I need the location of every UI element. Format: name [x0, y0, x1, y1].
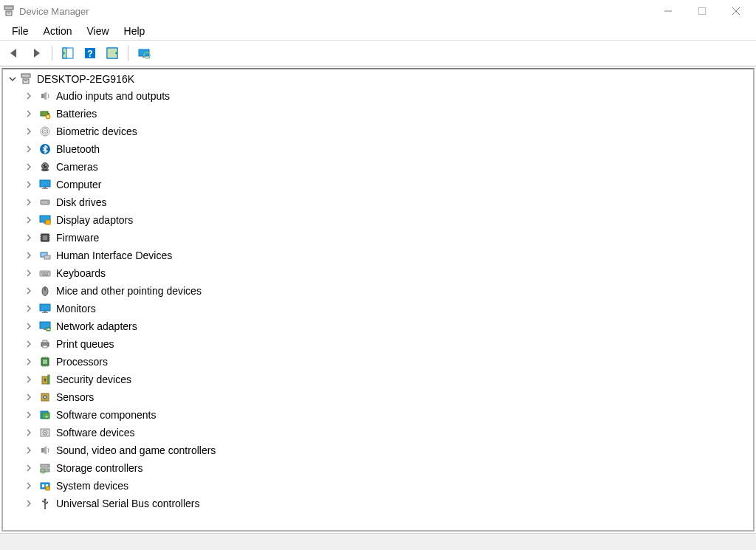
- chip-icon: [38, 231, 52, 244]
- chevron-right-icon[interactable]: [24, 215, 34, 225]
- tree-item-label: Security devices: [56, 374, 131, 385]
- svg-rect-102: [46, 487, 49, 490]
- tree-item-label: Processors: [56, 356, 108, 368]
- back-button[interactable]: [4, 44, 24, 63]
- display-icon: [38, 213, 52, 227]
- tree-item[interactable]: Firmware: [7, 229, 749, 247]
- tree-item[interactable]: Sensors: [7, 388, 749, 406]
- menu-file[interactable]: File: [4, 24, 36, 38]
- svg-rect-51: [41, 272, 43, 274]
- chevron-right-icon[interactable]: [24, 339, 34, 349]
- tree-item[interactable]: Disk drives: [7, 193, 749, 211]
- tree-item[interactable]: Software devices: [7, 424, 749, 441]
- close-button[interactable]: [719, 0, 753, 22]
- chevron-right-icon[interactable]: [24, 179, 34, 190]
- chevron-right-icon[interactable]: [24, 126, 34, 137]
- tree-item-label: Computer: [56, 179, 101, 190]
- tree-item[interactable]: Security devices: [7, 371, 749, 388]
- scan-for-changes-button[interactable]: [134, 44, 154, 63]
- tree-item[interactable]: Mice and other pointing devices: [7, 282, 749, 300]
- tree-item[interactable]: Keyboards: [7, 264, 749, 282]
- chevron-right-icon[interactable]: [24, 463, 34, 473]
- chevron-down-icon[interactable]: [7, 74, 18, 84]
- tree-item[interactable]: Monitors: [7, 300, 749, 317]
- chevron-right-icon[interactable]: [24, 481, 34, 491]
- chevron-right-icon[interactable]: [24, 374, 34, 385]
- titlebar: Device Manager: [0, 0, 756, 22]
- tree-item[interactable]: Biometric devices: [7, 123, 749, 140]
- chevron-right-icon[interactable]: [24, 286, 34, 296]
- chevron-right-icon[interactable]: [24, 303, 34, 314]
- chevron-right-icon[interactable]: [24, 410, 34, 420]
- chevron-right-icon[interactable]: [24, 250, 34, 261]
- svg-line-16: [149, 58, 151, 59]
- tree-item[interactable]: Storage controllers: [7, 459, 749, 477]
- help-button[interactable]: ?: [80, 44, 100, 63]
- svg-rect-52: [43, 272, 44, 274]
- tree-item[interactable]: Print queues: [7, 335, 749, 353]
- tree-item[interactable]: + Software components: [7, 406, 749, 424]
- tree-item-label: System devices: [56, 480, 128, 492]
- tree-item[interactable]: Processors: [7, 353, 749, 371]
- tree-item[interactable]: Computer: [7, 176, 749, 193]
- tree-item[interactable]: Network adapters: [7, 317, 749, 335]
- tree-item-label: Biometric devices: [56, 126, 137, 137]
- svg-rect-73: [43, 360, 47, 364]
- chevron-right-icon[interactable]: [24, 268, 34, 278]
- chevron-right-icon[interactable]: [24, 445, 34, 456]
- bluetooth-icon: [38, 142, 52, 156]
- computer-icon: [19, 72, 32, 86]
- swdev-icon: [38, 426, 52, 439]
- statusbar: [0, 533, 756, 550]
- svg-rect-41: [43, 236, 47, 240]
- cpu-icon: [38, 355, 52, 368]
- svg-rect-19: [24, 80, 27, 81]
- device-tree[interactable]: DESKTOP-2EG916K Audio inputs and outputs…: [3, 69, 753, 514]
- menu-action[interactable]: Action: [36, 24, 80, 38]
- menu-view[interactable]: View: [79, 24, 116, 38]
- minimize-button[interactable]: [651, 0, 685, 22]
- chevron-right-icon[interactable]: [24, 144, 34, 154]
- tree-item[interactable]: Cameras: [7, 158, 749, 176]
- scan-hardware-button[interactable]: [103, 44, 122, 63]
- forward-button[interactable]: [27, 44, 46, 63]
- svg-rect-53: [44, 272, 46, 274]
- svg-point-92: [44, 432, 46, 433]
- chevron-right-icon[interactable]: [24, 162, 34, 172]
- tree-item[interactable]: Universal Serial Bus controllers: [7, 495, 749, 512]
- chevron-right-icon[interactable]: [24, 498, 34, 509]
- svg-rect-34: [42, 188, 48, 189]
- chevron-right-icon[interactable]: [24, 109, 34, 119]
- mouse-icon: [38, 284, 52, 298]
- svg-point-105: [42, 501, 44, 502]
- tree-item[interactable]: Bluetooth: [7, 140, 749, 158]
- maximize-button[interactable]: [685, 0, 719, 22]
- svg-rect-93: [41, 448, 44, 453]
- chevron-right-icon[interactable]: [24, 392, 34, 402]
- svg-rect-20: [41, 94, 44, 98]
- tree-item[interactable]: Sound, video and game controllers: [7, 441, 749, 459]
- tree-item[interactable]: Batteries: [7, 105, 749, 123]
- window-title: Device Manager: [19, 6, 89, 17]
- svg-rect-39: [46, 220, 50, 224]
- tree-item[interactable]: System devices: [7, 477, 749, 495]
- tree-item[interactable]: Human Interface Devices: [7, 247, 749, 264]
- menu-help[interactable]: Help: [117, 24, 153, 38]
- chevron-right-icon[interactable]: [24, 233, 34, 243]
- tree-item[interactable]: Audio inputs and outputs: [7, 87, 749, 105]
- svg-rect-82: [44, 379, 45, 382]
- svg-rect-62: [42, 312, 48, 313]
- chevron-right-icon[interactable]: [24, 427, 34, 438]
- tree-item-label: Audio inputs and outputs: [56, 90, 170, 102]
- tree-item[interactable]: Display adaptors: [7, 211, 749, 229]
- svg-text:+: +: [45, 413, 49, 420]
- chevron-right-icon[interactable]: [24, 197, 34, 207]
- chevron-right-icon[interactable]: [24, 357, 34, 367]
- svg-point-97: [47, 470, 48, 470]
- svg-point-30: [44, 165, 47, 168]
- chevron-right-icon[interactable]: [24, 91, 34, 101]
- show-hide-console-tree-button[interactable]: [58, 44, 78, 63]
- tree-root-node[interactable]: DESKTOP-2EG916K: [7, 71, 749, 87]
- tree-item-label: Keyboards: [56, 267, 106, 279]
- chevron-right-icon[interactable]: [24, 321, 34, 331]
